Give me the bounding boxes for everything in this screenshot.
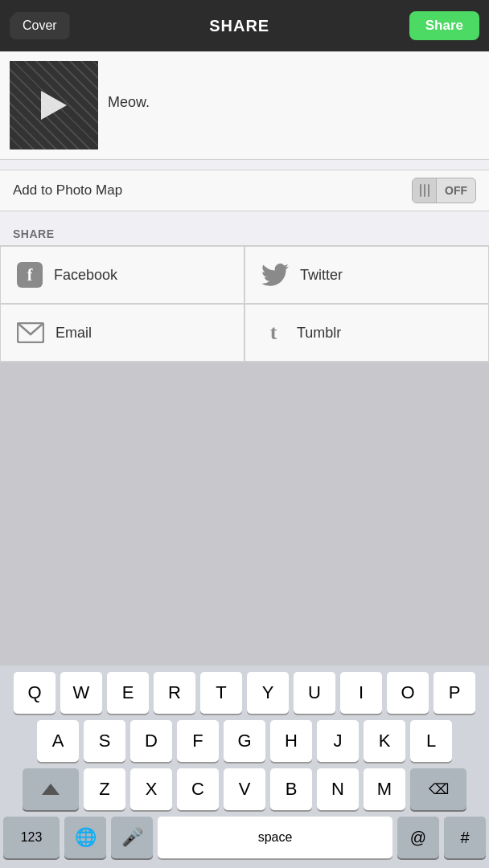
key-x[interactable]: X (130, 768, 172, 810)
photo-map-row: Add to Photo Map OFF (0, 170, 489, 211)
toggle-line-1 (420, 184, 421, 197)
twitter-label: Twitter (300, 267, 343, 284)
key-j[interactable]: J (317, 720, 359, 762)
header-title: SHARE (209, 17, 269, 35)
key-a[interactable]: A (37, 720, 79, 762)
facebook-label: Facebook (54, 267, 117, 284)
key-c[interactable]: C (177, 768, 219, 810)
tumblr-label: Tumblr (297, 325, 341, 342)
toggle-label: OFF (437, 184, 475, 197)
key-o[interactable]: O (387, 672, 429, 714)
shift-key[interactable] (23, 768, 79, 810)
caption-input[interactable] (108, 61, 479, 141)
share-item-email[interactable]: Email (0, 304, 244, 362)
shift-arrow-icon (42, 784, 60, 795)
key-m[interactable]: M (364, 768, 405, 810)
key-w[interactable]: W (60, 672, 102, 714)
num-key[interactable]: 123 (3, 817, 60, 858)
keyboard-row-4: 123 🌐 🎤 space @ # (3, 817, 486, 858)
key-f[interactable]: F (177, 720, 219, 762)
header: Cover SHARE Share (0, 0, 489, 51)
keyboard: Q W E R T Y U I O P A S D F G H J K L Z … (0, 665, 489, 868)
at-key[interactable]: @ (397, 817, 439, 858)
mic-key[interactable]: 🎤 (111, 817, 153, 858)
share-section: SHARE f Facebook Twitter (0, 221, 489, 362)
share-button[interactable]: Share (409, 11, 479, 40)
toggle-handle (413, 178, 437, 203)
toggle-line-2 (424, 184, 425, 197)
facebook-icon: f (17, 262, 43, 288)
share-section-label: SHARE (0, 221, 489, 245)
keyboard-row-1: Q W E R T Y U I O P (3, 672, 486, 714)
globe-key[interactable]: 🌐 (64, 817, 106, 858)
key-h[interactable]: H (270, 720, 312, 762)
email-label: Email (55, 325, 92, 342)
key-l[interactable]: L (410, 720, 452, 762)
key-s[interactable]: S (84, 720, 125, 762)
photo-map-label: Add to Photo Map (13, 182, 122, 199)
twitter-icon (261, 261, 289, 289)
space-key[interactable]: space (158, 817, 392, 858)
key-d[interactable]: D (130, 720, 172, 762)
share-grid: f Facebook Twitter Email (0, 245, 489, 362)
key-p[interactable]: P (434, 672, 475, 714)
caption-card (0, 51, 489, 160)
play-icon (41, 91, 67, 120)
tumblr-icon: t (261, 319, 286, 346)
keyboard-row-3: Z X C V B N M ⌫ (3, 768, 486, 810)
hash-key[interactable]: # (444, 817, 486, 858)
key-t[interactable]: T (200, 672, 242, 714)
key-r[interactable]: R (154, 672, 195, 714)
key-n[interactable]: N (317, 768, 359, 810)
key-u[interactable]: U (294, 672, 335, 714)
photo-map-toggle[interactable]: OFF (412, 178, 476, 203)
share-item-tumblr[interactable]: t Tumblr (244, 304, 489, 362)
email-icon (17, 319, 44, 346)
video-thumbnail (10, 61, 98, 149)
delete-key[interactable]: ⌫ (410, 768, 466, 810)
key-e[interactable]: E (107, 672, 149, 714)
key-q[interactable]: Q (14, 672, 55, 714)
cover-button[interactable]: Cover (10, 12, 70, 39)
content-area: Add to Photo Map OFF SHARE f Facebook (0, 51, 489, 362)
key-z[interactable]: Z (84, 768, 125, 810)
key-b[interactable]: B (270, 768, 312, 810)
share-item-facebook[interactable]: f Facebook (0, 246, 244, 304)
share-item-twitter[interactable]: Twitter (244, 246, 489, 304)
keyboard-row-2: A S D F G H J K L (3, 720, 486, 762)
key-y[interactable]: Y (247, 672, 289, 714)
key-k[interactable]: K (364, 720, 405, 762)
key-v[interactable]: V (224, 768, 265, 810)
key-g[interactable]: G (224, 720, 265, 762)
key-i[interactable]: I (340, 672, 382, 714)
toggle-line-3 (428, 184, 429, 197)
